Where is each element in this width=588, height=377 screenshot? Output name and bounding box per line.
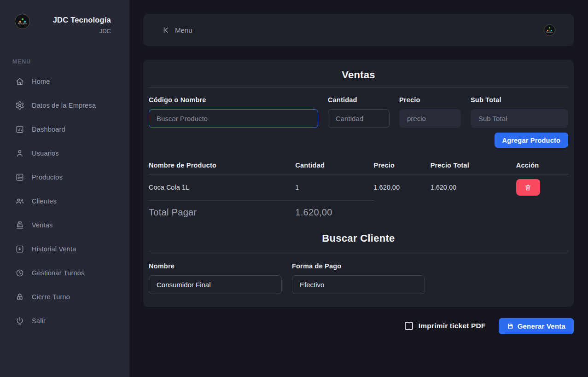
sidebar-item-home[interactable]: Home (0, 70, 129, 93)
logo-dots (547, 27, 552, 31)
quantity-label: Cantidad (328, 96, 390, 104)
client-name-input[interactable] (149, 275, 282, 294)
clock-icon (15, 268, 24, 278)
sidebar-item-cierre-turno[interactable]: Cierre Turno (0, 285, 129, 309)
brand-text: JDC Tecnología JDC (35, 16, 111, 35)
sidebar-item-label: Dashboard (32, 126, 65, 133)
clients-icon (15, 197, 24, 206)
archive-icon (15, 244, 24, 254)
code-label: Código o Nombre (149, 96, 318, 104)
sidebar-item-label: Salir (32, 317, 46, 325)
sidebar-item-productos[interactable]: Productos (0, 165, 129, 189)
cell-quantity: 1 (295, 174, 373, 201)
home-icon (15, 77, 24, 86)
lock-icon (15, 292, 24, 302)
logo-text: PosLibre (18, 23, 27, 25)
delete-item-button[interactable] (516, 179, 540, 196)
sidebar-item-ventas[interactable]: Ventas (0, 213, 129, 237)
settings-icon (15, 101, 24, 110)
sidebar-item-label: Historial Venta (32, 245, 76, 253)
table-header-row: Nombre de Producto Cantidad Precio Preci… (149, 162, 568, 174)
sidebar-item-label: Datos de la Empresa (32, 102, 96, 109)
quantity-input[interactable] (328, 109, 390, 128)
collapse-menu-icon (162, 26, 170, 35)
payment-method-input[interactable] (292, 275, 425, 294)
company-name: JDC Tecnología (35, 16, 111, 24)
cash-register-icon (15, 220, 24, 230)
subtotal-input[interactable] (471, 109, 568, 128)
user-icon (15, 149, 24, 158)
company-short-name: JDC (35, 28, 111, 35)
sidebar-item-label: Cierre Turno (32, 293, 70, 301)
cell-price: 1.620,00 (374, 174, 431, 201)
sidebar-item-label: Clientes (32, 197, 57, 205)
total-value: 1.620,00 (295, 200, 373, 222)
menu-toggle-label: Menu (175, 26, 192, 34)
client-form: Nombre Forma de Pago (149, 262, 568, 294)
trash-icon (524, 184, 532, 191)
sidebar-item-clientes[interactable]: Clientes (0, 189, 129, 213)
topbar: Menu PosLibre (143, 14, 574, 46)
divider (149, 87, 568, 88)
col-quantity: Cantidad (295, 162, 373, 174)
save-icon (507, 323, 514, 330)
print-ticket-checkbox[interactable] (405, 322, 413, 330)
print-ticket-label: Imprimir ticket PDF (419, 322, 486, 330)
sidebar-item-label: Home (32, 78, 50, 85)
poslibre-logo: PosLibre (15, 14, 30, 29)
brand: PosLibre JDC Tecnología JDC (0, 14, 129, 35)
total-label: Total Pagar (149, 200, 295, 222)
products-icon (15, 173, 24, 182)
table-row: Coca Cola 1L 1 1.620,00 1.620,00 (149, 174, 568, 201)
client-name-label: Nombre (149, 262, 282, 270)
add-product-button[interactable]: Agregar Producto (495, 133, 568, 148)
total-row: Total Pagar 1.620,00 (149, 200, 568, 222)
search-product-input[interactable] (149, 109, 318, 128)
sidebar-item-gestionar-turnos[interactable]: Gestionar Turnos (0, 261, 129, 285)
sidebar-item-label: Productos (32, 174, 63, 181)
col-product-name: Nombre de Producto (149, 162, 295, 174)
page-title: Ventas (149, 66, 568, 87)
print-ticket-option[interactable]: Imprimir ticket PDF (405, 322, 486, 330)
menu-section-label: MENU (12, 58, 129, 65)
col-total-price: Precio Total (431, 162, 516, 174)
sidebar-item-historial-venta[interactable]: Historial Venta (0, 237, 129, 261)
power-icon (15, 316, 24, 325)
generate-sale-label: Generar Venta (518, 322, 565, 330)
sidebar-item-salir[interactable]: Salir (0, 309, 129, 333)
sidebar: PosLibre JDC Tecnología JDC MENU Home Da… (0, 0, 129, 377)
sidebar-item-label: Usuarios (32, 150, 59, 157)
cell-product-name: Coca Cola 1L (149, 174, 295, 201)
cell-total-price: 1.620,00 (431, 174, 516, 201)
sale-items-table: Nombre de Producto Cantidad Precio Preci… (149, 162, 568, 222)
col-action: Acción (516, 162, 568, 174)
sidebar-item-label: Gestionar Turnos (32, 269, 84, 277)
price-input[interactable] (399, 109, 461, 128)
client-section-title: Buscar Cliente (149, 230, 568, 251)
sidebar-item-usuarios[interactable]: Usuarios (0, 141, 129, 165)
sidebar-item-label: Ventas (32, 221, 53, 229)
cell-action (516, 174, 568, 201)
generate-sale-button[interactable]: Generar Venta (499, 318, 574, 334)
divider (149, 251, 568, 251)
logo-text: PosLibre (546, 31, 553, 33)
dashboard-icon (15, 125, 24, 134)
main-content: Menu PosLibre Ventas Código o Nombre Can… (129, 0, 588, 377)
sidebar-collapse-button[interactable]: Menu (162, 26, 192, 35)
payment-method-label: Forma de Pago (292, 262, 425, 270)
subtotal-label: Sub Total (471, 96, 568, 104)
sidebar-item-dashboard[interactable]: Dashboard (0, 117, 129, 141)
avatar[interactable]: PosLibre (544, 24, 555, 36)
ventas-card: Ventas Código o Nombre Cantidad Precio S… (143, 60, 574, 307)
price-label: Precio (399, 96, 461, 104)
product-form: Código o Nombre Cantidad Precio Sub Tota… (149, 96, 568, 128)
logo-dots (19, 18, 26, 23)
sale-actions: Imprimir ticket PDF Generar Venta (143, 318, 574, 334)
sidebar-item-datos-empresa[interactable]: Datos de la Empresa (0, 93, 129, 117)
col-price: Precio (374, 162, 431, 174)
sidebar-nav: Home Datos de la Empresa Dashboard Usuar… (0, 70, 129, 333)
